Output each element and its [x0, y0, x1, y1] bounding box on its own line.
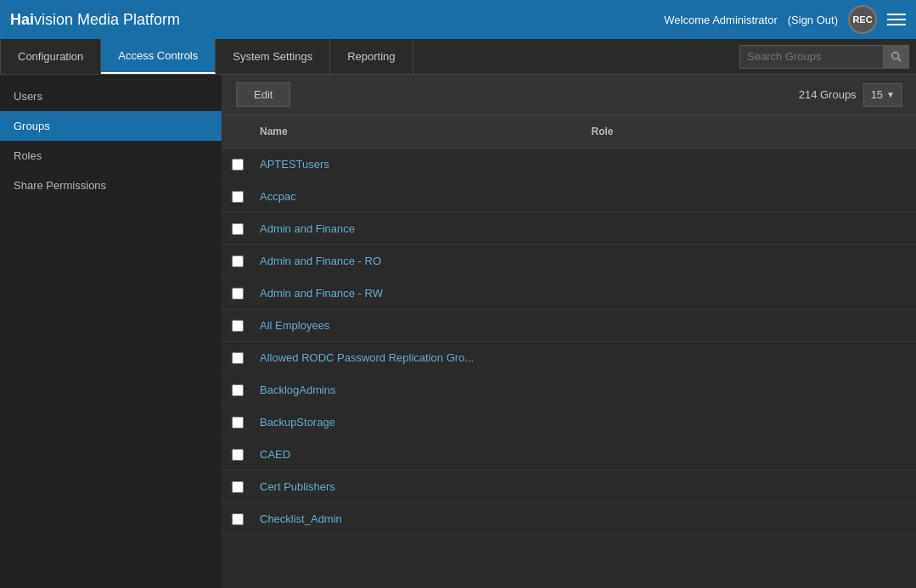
row-role: [585, 319, 917, 333]
table-row[interactable]: All Employees: [222, 310, 916, 342]
col-header-checkbox: [222, 122, 253, 141]
search-icon: [891, 51, 902, 63]
row-checkbox-cell: [222, 159, 253, 171]
tab-reporting[interactable]: Reporting: [330, 39, 413, 74]
row-role: [585, 351, 917, 365]
search-button[interactable]: [884, 45, 909, 69]
row-checkbox-cell: [222, 223, 253, 235]
sidebar-item-share-permissions[interactable]: Share Permissions: [0, 171, 222, 200]
sidebar: Users Groups Roles Share Permissions: [0, 75, 222, 588]
row-role: [585, 416, 917, 429]
welcome-text: Welcome Administrator: [664, 14, 777, 26]
row-role: [585, 287, 917, 300]
row-checkbox[interactable]: [232, 384, 244, 396]
row-name: Checklist_Admin: [253, 506, 585, 532]
row-name: Accpac: [253, 183, 585, 210]
groups-count-area: 214 Groups 15 ▼: [799, 83, 902, 107]
row-role: [585, 384, 917, 397]
table-row[interactable]: Admin and Finance - RW: [222, 277, 916, 310]
row-role: [585, 190, 917, 204]
sidebar-item-roles[interactable]: Roles: [0, 141, 222, 171]
table-row[interactable]: Checklist_Admin: [222, 503, 916, 535]
row-name: Admin and Finance: [253, 216, 585, 242]
rec-badge: REC: [848, 5, 877, 34]
per-page-value: 15: [871, 88, 883, 101]
table-row[interactable]: Cert Publishers: [222, 471, 916, 503]
sign-out-link[interactable]: (Sign Out): [788, 14, 838, 26]
row-checkbox-cell: [222, 352, 253, 364]
row-checkbox-cell: [222, 417, 253, 428]
row-name: Allowed RODC Password Replication Gro...: [253, 344, 585, 371]
row-name: Admin and Finance - RO: [253, 248, 585, 274]
nav-tabs: Configuration Access Controls System Set…: [0, 39, 739, 74]
row-checkbox[interactable]: [232, 255, 244, 267]
row-checkbox[interactable]: [232, 320, 244, 332]
sidebar-item-users[interactable]: Users: [0, 81, 222, 111]
row-checkbox[interactable]: [232, 481, 244, 493]
svg-point-0: [891, 52, 898, 59]
search-input[interactable]: [739, 45, 884, 69]
table-row[interactable]: Admin and Finance - RO: [222, 245, 916, 277]
chevron-down-icon: ▼: [886, 90, 895, 99]
edit-button[interactable]: Edit: [236, 82, 290, 107]
app-title-normal: vision Media Platform: [34, 11, 180, 28]
table-row[interactable]: BacklogAdmins: [222, 374, 916, 406]
row-checkbox-cell: [222, 191, 253, 203]
row-name: Admin and Finance - RW: [253, 280, 585, 306]
table-row[interactable]: Accpac: [222, 181, 916, 213]
groups-count-label: 214 Groups: [799, 88, 857, 101]
row-checkbox[interactable]: [232, 223, 244, 235]
row-name: Cert Publishers: [253, 473, 585, 500]
table-header: Name Role: [222, 115, 916, 148]
row-name: BackupStorage: [253, 409, 585, 435]
tab-access-controls[interactable]: Access Controls: [101, 39, 216, 74]
table-row[interactable]: APTESTusers: [222, 148, 916, 181]
row-checkbox-cell: [222, 288, 253, 300]
row-name: BacklogAdmins: [253, 377, 585, 403]
row-role: [585, 255, 917, 268]
app-title-bold: Hai: [10, 11, 34, 28]
table-row[interactable]: BackupStorage: [222, 406, 916, 439]
content: Edit 214 Groups 15 ▼ Name Role APTESTuse…: [222, 75, 916, 588]
row-checkbox-cell: [222, 384, 253, 396]
main-layout: Users Groups Roles Share Permissions Edi…: [0, 75, 916, 588]
row-checkbox[interactable]: [232, 191, 244, 203]
tab-system-settings[interactable]: System Settings: [216, 39, 330, 74]
toolbar: Edit 214 Groups 15 ▼: [222, 75, 916, 115]
table-row[interactable]: Allowed RODC Password Replication Gro...: [222, 342, 916, 374]
row-name: All Employees: [253, 312, 585, 339]
nav-search: [739, 45, 909, 69]
svg-line-1: [897, 58, 901, 61]
row-checkbox[interactable]: [232, 449, 244, 461]
row-checkbox[interactable]: [232, 352, 244, 364]
top-header: Haivision Media Platform Welcome Adminis…: [0, 0, 916, 39]
row-checkbox[interactable]: [232, 288, 244, 300]
row-role: [585, 222, 917, 236]
row-role: [585, 480, 917, 494]
row-role: [585, 512, 917, 526]
tab-configuration[interactable]: Configuration: [0, 39, 101, 74]
hamburger-menu[interactable]: [887, 14, 906, 25]
col-header-name: Name: [253, 122, 585, 141]
header-right: Welcome Administrator (Sign Out) REC: [664, 5, 906, 34]
row-name: APTESTusers: [253, 151, 585, 177]
table-row[interactable]: CAED: [222, 439, 916, 471]
row-role: [585, 448, 917, 462]
row-checkbox-cell: [222, 513, 253, 525]
per-page-selector[interactable]: 15 ▼: [863, 83, 902, 107]
row-checkbox-cell: [222, 449, 253, 461]
app-title: Haivision Media Platform: [10, 11, 180, 29]
row-role: [585, 158, 917, 171]
table-row[interactable]: Admin and Finance: [222, 213, 916, 245]
sidebar-item-groups[interactable]: Groups: [0, 111, 222, 141]
row-checkbox[interactable]: [232, 417, 244, 428]
row-name: CAED: [253, 441, 585, 468]
row-checkbox-cell: [222, 481, 253, 493]
nav-bar: Configuration Access Controls System Set…: [0, 39, 916, 75]
row-checkbox[interactable]: [232, 159, 244, 171]
row-checkbox-cell: [222, 255, 253, 267]
col-header-role: Role: [585, 122, 917, 141]
row-checkbox-cell: [222, 320, 253, 332]
row-checkbox[interactable]: [232, 513, 244, 525]
table-body: APTESTusersAccpacAdmin and FinanceAdmin …: [222, 148, 916, 580]
